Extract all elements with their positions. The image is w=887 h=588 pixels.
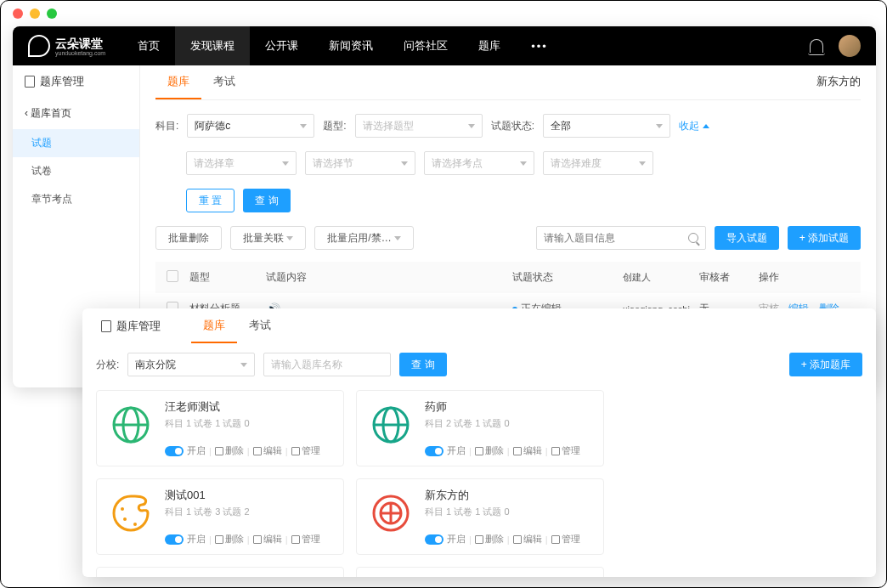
bank-cards: 汪老师测试 科目 1 试卷 1 试题 0 开启 | 删除 | 编辑 | 管理 药…: [96, 390, 862, 577]
avatar[interactable]: [839, 35, 861, 57]
trash-icon: [215, 535, 223, 544]
bank-card: 第一题库 科目 1 试卷 1 试题 0 开启 | 删除 | 编辑 | 管理: [96, 567, 344, 577]
tab-bank[interactable]: 题库: [155, 65, 201, 99]
sidebar-title: 题库管理: [13, 65, 139, 98]
svg-point-8: [133, 523, 137, 526]
bulk-toggle-button[interactable]: 批量启用/禁…: [314, 226, 414, 250]
toggle-label: 开启: [187, 444, 206, 457]
sidebar-item-points[interactable]: 章节考点: [13, 185, 139, 213]
edit-link[interactable]: 编辑: [513, 444, 542, 457]
search-box[interactable]: [536, 226, 706, 250]
toggle-label: 开启: [447, 533, 466, 546]
import-button[interactable]: 导入试题: [715, 226, 779, 250]
sidebar-item-papers[interactable]: 试卷: [13, 157, 139, 185]
search-icon: [688, 233, 698, 243]
bulk-delete-button[interactable]: 批量删除: [155, 226, 222, 250]
nav-bank[interactable]: 题库: [463, 26, 516, 65]
manage-link[interactable]: 管理: [551, 444, 580, 457]
manage-link[interactable]: 管理: [291, 444, 320, 457]
nav-more[interactable]: •••: [516, 26, 563, 65]
win2-title: 题库管理: [96, 308, 166, 344]
manage-link[interactable]: 管理: [291, 533, 320, 546]
edit-link[interactable]: 编辑: [513, 533, 542, 546]
max-dot[interactable]: [47, 8, 57, 19]
logo-icon: [28, 35, 50, 57]
enable-toggle[interactable]: [425, 534, 444, 545]
bank-card: 新东方的 科目 1 试卷 1 试题 0 开启 | 删除 | 编辑 | 管理: [356, 478, 604, 555]
bank-name-input[interactable]: [263, 353, 391, 376]
add-question-button[interactable]: + 添加试题: [788, 226, 861, 250]
card-title: 新东方的: [425, 488, 595, 503]
mac-titlebar: [1, 1, 886, 26]
edit-link[interactable]: 编辑: [253, 444, 282, 457]
win2-tab-bank[interactable]: 题库: [191, 309, 237, 343]
toggle-label: 开启: [447, 444, 466, 457]
trash-icon: [215, 447, 223, 455]
enable-toggle[interactable]: [165, 446, 184, 456]
bank-card: 药师 科目 2 试卷 1 试题 0 开启 | 删除 | 编辑 | 管理: [356, 390, 604, 466]
sidebar-item-questions[interactable]: 试题: [13, 129, 139, 157]
svg-point-6: [121, 507, 124, 511]
bell-icon[interactable]: [810, 39, 823, 53]
branch-label: 分校:: [96, 358, 119, 372]
th-status: 试题状态: [512, 270, 623, 285]
point-select[interactable]: 请选择考点: [424, 151, 534, 175]
sidebar-back[interactable]: ‹ 题库首页: [13, 98, 139, 129]
nav-home[interactable]: 首页: [122, 26, 175, 65]
bank-card: 测试001 科目 1 试卷 3 试题 2 开启 | 删除 | 编辑 | 管理: [96, 478, 344, 555]
card-meta: 科目 2 试卷 1 试题 0: [425, 417, 595, 430]
difficulty-select[interactable]: 请选择难度: [543, 151, 653, 175]
chevron-down-icon: [639, 161, 646, 166]
brand-name: 新东方的: [816, 74, 861, 89]
win2-query-button[interactable]: 查 询: [399, 353, 446, 376]
type-select[interactable]: 请选择题型: [355, 114, 483, 138]
reset-button[interactable]: 重 置: [186, 189, 234, 212]
subject-label: 科目:: [155, 119, 178, 133]
section-select[interactable]: 请选择节: [305, 151, 415, 175]
delete-link[interactable]: 删除: [475, 444, 504, 457]
content-tabs: 题库 考试: [155, 65, 861, 100]
win2-tab-exam[interactable]: 考试: [237, 309, 283, 343]
edit-icon: [253, 447, 262, 455]
bank-card: ¥ 大国测试 科目 1 试卷 4 试题 1 开启 | 删除 | 编辑 | 管理: [356, 567, 604, 577]
nav-discover[interactable]: 发现课程: [175, 26, 250, 65]
chevron-down-icon: [300, 124, 307, 128]
bank-card: 汪老师测试 科目 1 试卷 1 试题 0 开启 | 删除 | 编辑 | 管理: [96, 390, 344, 466]
th-ops: 操作: [759, 270, 861, 285]
edit-icon: [513, 447, 522, 455]
edit-link[interactable]: 编辑: [253, 533, 282, 546]
status-select[interactable]: 全部: [543, 114, 670, 138]
chapter-select[interactable]: 请选择章: [186, 151, 297, 175]
delete-link[interactable]: 删除: [215, 444, 244, 457]
add-bank-button[interactable]: + 添加题库: [789, 353, 862, 376]
th-type: 题型: [189, 270, 266, 285]
macos-window: 云朵课堂 yunduoketang.com 首页 发现课程 公开课 新闻资讯 问…: [0, 0, 887, 588]
nav-public[interactable]: 公开课: [250, 26, 314, 65]
collapse-link[interactable]: 收起: [679, 119, 709, 133]
bank-icon: [105, 576, 156, 577]
enable-toggle[interactable]: [165, 534, 184, 545]
chevron-down-icon: [286, 236, 293, 240]
nav-news[interactable]: 新闻资讯: [314, 26, 388, 65]
grid-icon: [291, 447, 300, 455]
query-button[interactable]: 查 询: [243, 189, 290, 212]
search-input[interactable]: [544, 232, 688, 244]
chevron-up-icon: [703, 124, 709, 128]
select-all-checkbox[interactable]: [167, 270, 178, 282]
logo[interactable]: 云朵课堂 yunduoketang.com: [28, 35, 105, 57]
bulk-link-button[interactable]: 批量关联: [230, 226, 306, 250]
branch-select[interactable]: 南京分院: [127, 353, 255, 376]
manage-link[interactable]: 管理: [551, 533, 580, 546]
delete-link[interactable]: 删除: [475, 533, 504, 546]
chevron-down-icon: [520, 161, 527, 166]
bank-list-window: 题库管理 题库 考试 分校: 南京分院 查 询 + 添加题库 汪老师测试 科目 …: [82, 308, 876, 577]
status-label: 试题状态:: [491, 119, 534, 133]
delete-link[interactable]: 删除: [215, 533, 244, 546]
tab-exam[interactable]: 考试: [201, 65, 247, 99]
nav-qa[interactable]: 问答社区: [388, 26, 463, 65]
subject-select[interactable]: 阿萨德c: [187, 114, 314, 138]
close-dot[interactable]: [13, 8, 23, 19]
min-dot[interactable]: [30, 8, 40, 19]
enable-toggle[interactable]: [425, 446, 444, 456]
bank-icon: [365, 488, 416, 539]
